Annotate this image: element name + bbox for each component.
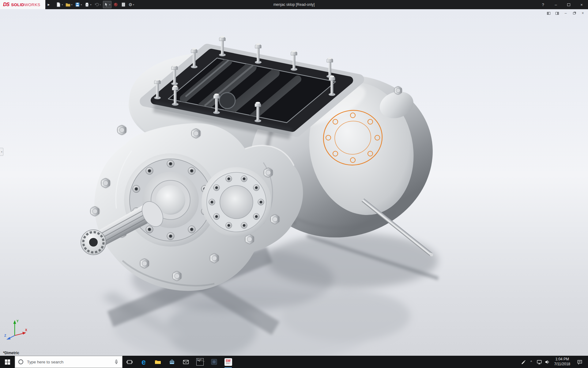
dropdown-arrow-icon[interactable]: ▾ — [90, 3, 91, 6]
wordmark-bold: SOLID — [11, 2, 24, 7]
solidworks-2017-icon: SW 2017 — [224, 358, 232, 366]
taskbar-app-icons: e &gt;_ — [123, 356, 235, 368]
select-tool-button[interactable]: ▾ — [103, 1, 111, 8]
quick-access-toolbar: ▾ ▾ ▾ ▾ ▾ ▾ ⚙ ▾ — [55, 1, 135, 8]
file-explorer-icon — [154, 358, 161, 365]
dropdown-arrow-icon[interactable]: ▾ — [81, 3, 82, 6]
maximize-icon — [567, 3, 570, 6]
wordmark-light: WORKS — [24, 2, 40, 7]
dropdown-arrow-icon[interactable]: ▾ — [71, 3, 72, 6]
action-center-button[interactable] — [573, 356, 586, 368]
z-axis-label: Z — [4, 334, 6, 337]
doc-minimize-button[interactable]: – — [564, 11, 568, 15]
save-icon — [75, 2, 80, 7]
y-axis-arrow — [13, 320, 16, 324]
solidworks-taskbar-button[interactable]: SW 2017 — [221, 356, 235, 368]
windows-logo-icon — [5, 359, 10, 365]
cortana-circle-icon — [18, 359, 24, 365]
doc-close-button[interactable]: × — [581, 11, 585, 15]
viewport-canvas[interactable] — [0, 9, 588, 356]
file-properties-icon — [121, 2, 126, 7]
open-button[interactable]: ▾ — [65, 1, 73, 8]
orientation-triad: Y X Z — [4, 316, 29, 342]
pane-left-icon[interactable] — [546, 11, 551, 15]
microphone-icon[interactable] — [114, 359, 119, 365]
menu-expand-arrow-icon[interactable]: ▶ — [45, 3, 52, 6]
command-prompt-button[interactable]: &gt;_ — [193, 356, 207, 368]
options-button[interactable]: ⚙ ▾ — [128, 1, 135, 8]
rebuild-button[interactable] — [112, 1, 119, 8]
cmd-glyph: &gt;_ — [197, 359, 205, 365]
sw-icon-year: 2017 — [226, 362, 230, 365]
print-button[interactable]: ▾ — [84, 1, 92, 8]
doc-restore-button[interactable] — [572, 11, 576, 15]
document-window-controls: – × — [546, 11, 585, 15]
dark-app-button[interactable] — [207, 356, 221, 368]
task-view-icon — [126, 359, 133, 365]
print-icon — [85, 2, 89, 7]
volume-icon — [544, 359, 550, 365]
maximize-button[interactable] — [562, 0, 575, 9]
taskbar-clock[interactable]: 1:04 PM 7/11/2018 — [551, 357, 574, 366]
edge-button[interactable]: e — [137, 356, 151, 368]
network-icon — [536, 359, 542, 365]
bolt-circle-boss[interactable] — [202, 167, 271, 237]
minimize-button[interactable]: – — [549, 0, 562, 9]
save-button[interactable]: ▾ — [74, 1, 83, 8]
command-prompt-icon: &gt;_ — [196, 358, 204, 366]
feature-panel-collapse-tab[interactable]: ◂ — [0, 148, 3, 156]
undo-button[interactable]: ▾ — [93, 1, 102, 8]
rebuild-icon — [113, 2, 118, 7]
start-button[interactable] — [0, 356, 15, 368]
undo-icon — [94, 2, 99, 7]
window-controls: ? – × — [537, 0, 588, 9]
network-button[interactable] — [535, 356, 543, 368]
help-button[interactable]: ? — [537, 0, 549, 9]
pane-left-glyph — [547, 12, 550, 15]
windows-ink-button[interactable] — [519, 356, 527, 368]
mail-envelope-icon — [183, 358, 189, 365]
dropdown-arrow-icon[interactable]: ▾ — [133, 3, 134, 6]
gear-icon: ⚙ — [129, 2, 133, 7]
hidden-icons-button[interactable]: ^ — [527, 356, 535, 368]
file-properties-button[interactable] — [120, 1, 127, 8]
file-explorer-button[interactable] — [151, 356, 165, 368]
store-bag-icon — [168, 358, 175, 365]
new-document-button[interactable]: ▾ — [55, 1, 64, 8]
edge-icon: e — [141, 358, 146, 366]
solidworks-wordmark: SOLIDWORKS — [11, 2, 40, 7]
action-center-icon — [577, 359, 583, 365]
store-button[interactable] — [165, 356, 179, 368]
new-document-icon — [56, 2, 61, 7]
x-axis-arrow — [22, 332, 26, 335]
dropdown-arrow-icon[interactable]: ▾ — [109, 3, 111, 6]
taskbar-search[interactable] — [15, 356, 123, 368]
mail-button[interactable] — [179, 356, 193, 368]
titlebar: DS SOLIDWORKS ▶ ▾ ▾ ▾ ▾ ▾ ▾ — [0, 0, 588, 9]
pane-right-icon[interactable] — [555, 11, 559, 15]
search-input[interactable] — [26, 359, 111, 365]
windows-taskbar: e &gt;_ — [0, 356, 588, 368]
z-axis-arrow — [6, 337, 11, 340]
restore-icon — [573, 12, 575, 14]
dropdown-arrow-icon[interactable]: ▾ — [62, 3, 63, 6]
close-button[interactable]: × — [575, 0, 588, 9]
y-axis-label: Y — [17, 320, 19, 323]
pane-right-glyph — [556, 12, 559, 15]
select-cursor-icon — [104, 2, 109, 7]
x-axis-label: X — [25, 328, 27, 332]
clock-date: 7/11/2018 — [554, 362, 571, 367]
chevron-up-icon: ^ — [530, 360, 532, 364]
ds-logo-mark: DS — [3, 2, 9, 7]
solidworks-logo: DS SOLIDWORKS — [0, 0, 45, 9]
volume-button[interactable] — [543, 356, 551, 368]
clock-time: 1:04 PM — [554, 357, 571, 362]
pen-icon — [520, 359, 526, 365]
open-folder-icon — [66, 2, 70, 7]
dropdown-arrow-icon[interactable]: ▾ — [100, 3, 101, 6]
graphics-viewport[interactable]: – × ◂ Y X Z *Dimetric — [0, 9, 588, 356]
task-view-button[interactable] — [123, 356, 137, 368]
view-orientation-label: *Dimetric — [3, 351, 19, 355]
system-tray: ^ 1:04 PM 7/11/2018 — [519, 356, 588, 368]
dark-app-icon — [210, 358, 218, 366]
